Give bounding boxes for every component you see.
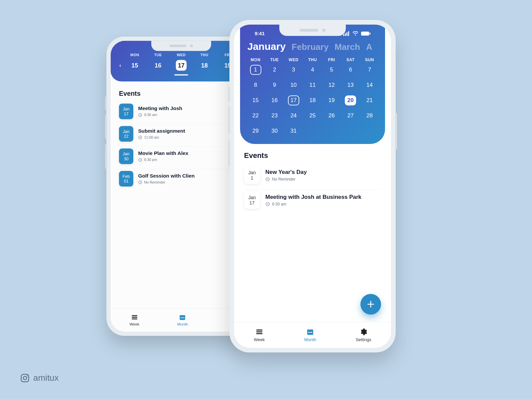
tab-month[interactable]: Month bbox=[177, 314, 188, 327]
calendar-day[interactable]: 24 bbox=[284, 111, 303, 121]
event-time: 6:30 pm bbox=[138, 158, 188, 162]
calendar-day[interactable]: 19 bbox=[322, 95, 341, 105]
event-title: Meeting with Josh at Business Park bbox=[265, 194, 361, 200]
svg-rect-9 bbox=[181, 317, 182, 318]
events-heading: Events bbox=[244, 151, 381, 160]
power-button bbox=[395, 113, 397, 150]
svg-rect-11 bbox=[184, 317, 185, 318]
event-item[interactable]: Jan17Meeting with Josh at Business Park9… bbox=[244, 190, 381, 214]
clock-icon bbox=[138, 135, 142, 140]
event-time: 11:00 am bbox=[138, 135, 185, 140]
add-event-button[interactable] bbox=[360, 294, 381, 315]
svg-rect-14 bbox=[346, 32, 347, 36]
svg-rect-28 bbox=[310, 332, 311, 333]
notch bbox=[151, 41, 211, 51]
notch bbox=[279, 25, 346, 36]
calendar-day[interactable]: 11 bbox=[303, 80, 322, 90]
week-day-selected[interactable]: 17 bbox=[176, 60, 187, 70]
month-selector[interactable]: January February March A bbox=[246, 37, 379, 58]
calendar-day[interactable]: 4 bbox=[303, 65, 322, 75]
event-time: 9:30 am bbox=[138, 113, 182, 117]
calendar-day[interactable]: 9 bbox=[265, 80, 284, 90]
volume-button bbox=[105, 144, 107, 169]
calendar-day[interactable]: 25 bbox=[303, 111, 322, 121]
svg-rect-8 bbox=[180, 315, 185, 317]
calendar-day[interactable]: 18 bbox=[303, 95, 322, 105]
event-title: Movie Plan with Alex bbox=[138, 151, 188, 157]
svg-point-16 bbox=[355, 34, 356, 35]
calendar-day[interactable]: 13 bbox=[341, 80, 360, 90]
svg-rect-27 bbox=[308, 332, 309, 333]
svg-rect-15 bbox=[348, 31, 349, 36]
week-day-numbers: ‹ 15 16 17 18 19 › bbox=[117, 60, 245, 70]
event-time: No Reminder bbox=[265, 177, 307, 182]
calendar-day[interactable]: 12 bbox=[322, 80, 341, 90]
calendar-day[interactable]: 30 bbox=[265, 126, 284, 136]
month-panel: 9:41 January February March A MONTUEWEDT… bbox=[240, 25, 385, 144]
list-icon bbox=[131, 314, 138, 321]
calendar-day[interactable]: 8 bbox=[246, 80, 265, 90]
calendar-day[interactable]: 28 bbox=[360, 111, 379, 121]
calendar-day[interactable]: 26 bbox=[322, 111, 341, 121]
calendar-day[interactable]: 10 bbox=[284, 80, 303, 90]
event-item[interactable]: Jan30Movie Plan with Alex6:30 pm bbox=[119, 147, 243, 169]
tab-month[interactable]: Month bbox=[304, 328, 316, 342]
week-day[interactable]: 18 bbox=[193, 62, 216, 69]
tab-settings[interactable]: Settings bbox=[356, 328, 371, 342]
instagram-icon bbox=[20, 373, 30, 383]
calendar-day[interactable]: 27 bbox=[341, 111, 360, 121]
calendar-icon bbox=[179, 314, 186, 321]
event-item[interactable]: Feb01Golf Session with ClienNo Reminder bbox=[119, 169, 243, 192]
calendar-day[interactable]: 7 bbox=[360, 65, 379, 75]
week-day[interactable]: 15 bbox=[123, 62, 146, 69]
event-item[interactable]: Jan17Meeting with Josh9:30 am bbox=[119, 102, 243, 124]
event-item[interactable]: Jan1New Year's DayNo Reminder bbox=[244, 165, 381, 189]
calendar-day[interactable]: 15 bbox=[246, 95, 265, 105]
week-day[interactable]: 16 bbox=[146, 62, 170, 69]
svg-rect-10 bbox=[182, 317, 183, 318]
calendar-day[interactable]: 17 bbox=[288, 95, 299, 105]
volume-button bbox=[228, 106, 230, 134]
calendar-day[interactable]: 23 bbox=[265, 111, 284, 121]
calendar-day[interactable]: 3 bbox=[284, 65, 303, 75]
calendar-icon bbox=[306, 328, 314, 336]
calendar-day[interactable]: 20 bbox=[345, 95, 356, 105]
battery-icon bbox=[361, 31, 370, 36]
svg-point-31 bbox=[23, 376, 27, 380]
chevron-left-icon[interactable]: ‹ bbox=[117, 62, 123, 68]
calendar-day[interactable]: 2 bbox=[265, 65, 284, 75]
events-heading: Events bbox=[119, 90, 243, 97]
calendar-day[interactable]: 1 bbox=[250, 65, 261, 75]
event-date-chip: Feb01 bbox=[119, 171, 133, 187]
volume-button bbox=[228, 140, 230, 167]
month-day-grid: 1234567891011121314151617181920212223242… bbox=[246, 65, 379, 136]
event-title: Submit assignment bbox=[138, 128, 185, 134]
clock-icon bbox=[265, 177, 270, 182]
calendar-day[interactable]: 21 bbox=[360, 95, 379, 105]
event-title: New Year's Day bbox=[265, 169, 307, 176]
week-indicator bbox=[174, 74, 188, 75]
clock-icon bbox=[138, 180, 142, 185]
svg-rect-17 bbox=[361, 32, 369, 36]
calendar-day[interactable]: 6 bbox=[341, 65, 360, 75]
volume-button bbox=[228, 86, 230, 102]
phone-month-view: 9:41 January February March A MONTUEWEDT… bbox=[229, 20, 396, 352]
calendar-day[interactable]: 14 bbox=[360, 80, 379, 90]
tab-week[interactable]: Week bbox=[129, 314, 139, 327]
svg-rect-13 bbox=[345, 33, 346, 36]
event-item[interactable]: Jan22Submit assignment11:00 am bbox=[119, 124, 243, 147]
list-icon bbox=[255, 328, 263, 336]
volume-button bbox=[105, 114, 107, 139]
svg-rect-25 bbox=[256, 333, 262, 334]
event-title: Meeting with Josh bbox=[138, 106, 182, 112]
calendar-day[interactable]: 16 bbox=[265, 95, 284, 105]
event-date-chip: Jan17 bbox=[119, 104, 133, 119]
calendar-day[interactable]: 31 bbox=[284, 126, 303, 136]
calendar-day[interactable]: 5 bbox=[322, 65, 341, 75]
svg-rect-18 bbox=[369, 33, 370, 35]
calendar-day[interactable]: 29 bbox=[246, 126, 265, 136]
gear-icon bbox=[359, 328, 367, 336]
event-date-chip: Jan22 bbox=[119, 126, 133, 142]
calendar-day[interactable]: 22 bbox=[246, 111, 265, 121]
tab-week[interactable]: Week bbox=[254, 328, 265, 342]
